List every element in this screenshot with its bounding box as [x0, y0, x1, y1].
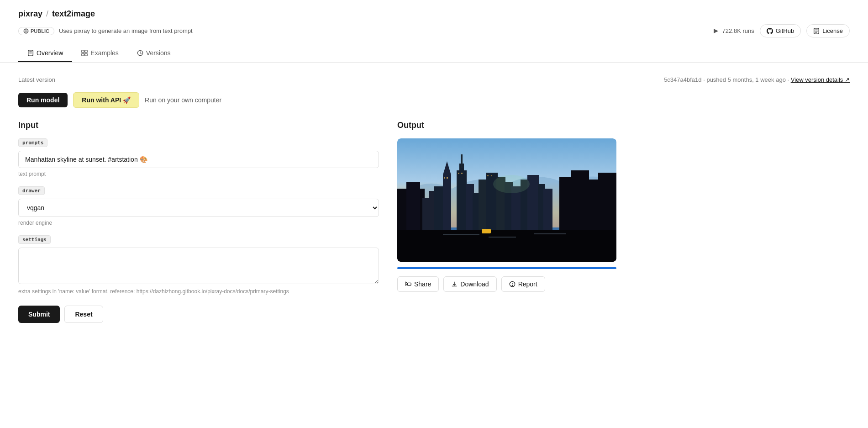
version-dot: ·: [787, 76, 790, 83]
svg-rect-54: [407, 283, 411, 285]
version-info: 5c347a4bfa1d · pushed 5 months, 1 week a…: [664, 76, 850, 83]
svg-rect-22: [443, 175, 451, 234]
public-badge-label: PUBLIC: [31, 28, 49, 34]
versions-icon: [137, 50, 143, 56]
two-column-layout: Input prompts text prompt drawer vqgan p…: [18, 121, 850, 323]
run-api-button[interactable]: Run with API 🚀: [73, 92, 139, 108]
download-button[interactable]: Download: [443, 276, 496, 292]
examples-icon: [81, 50, 88, 56]
tab-versions-label: Versions: [146, 49, 171, 57]
svg-rect-24: [457, 170, 467, 234]
latest-version-label: Latest version: [18, 76, 55, 83]
github-label: GitHub: [776, 27, 794, 34]
output-title: Output: [397, 121, 850, 130]
drawer-tag: drawer: [18, 186, 45, 195]
prompt-input[interactable]: [18, 151, 379, 168]
globe-icon: [23, 28, 29, 34]
github-button[interactable]: GitHub: [760, 24, 801, 37]
output-image: [397, 138, 616, 262]
input-title: Input: [18, 121, 379, 130]
progress-bar-fill: [397, 267, 616, 269]
output-image-container: [397, 138, 616, 262]
runs-icon: [712, 27, 720, 35]
settings-tag: settings: [18, 235, 51, 244]
tab-overview[interactable]: Overview: [18, 45, 72, 62]
submit-button[interactable]: Submit: [18, 306, 60, 323]
settings-description: extra settings in 'name: value' format. …: [18, 288, 379, 295]
tab-versions[interactable]: Versions: [128, 45, 180, 62]
version-pushed-text: pushed 5 months, 1 week ago: [706, 76, 785, 83]
download-icon: [451, 281, 458, 287]
share-label: Share: [414, 280, 431, 288]
tab-overview-label: Overview: [37, 49, 63, 57]
breadcrumb: pixray / text2image: [18, 9, 850, 19]
tab-examples-label: Examples: [90, 49, 118, 57]
submit-row: Submit Reset: [18, 306, 379, 323]
svg-rect-51: [443, 234, 479, 235]
license-icon: [813, 28, 820, 34]
prompts-tag: prompts: [18, 138, 47, 147]
svg-rect-11: [85, 50, 87, 53]
breadcrumb-separator: /: [46, 9, 48, 19]
model-description: Uses pixray to generate an image from te…: [59, 27, 193, 34]
svg-point-50: [493, 175, 530, 193]
svg-rect-42: [397, 230, 616, 262]
drawer-select[interactable]: vqgan pixel line_sketch clipdraw: [18, 199, 379, 217]
svg-rect-46: [458, 173, 459, 174]
svg-rect-48: [487, 175, 489, 176]
progress-bar-container: [397, 267, 616, 269]
drawer-field-group: drawer vqgan pixel line_sketch clipdraw …: [18, 186, 379, 226]
report-icon: [509, 281, 516, 287]
output-column: Output: [397, 121, 850, 323]
svg-rect-44: [444, 177, 445, 179]
version-details-link[interactable]: View version details ↗: [791, 76, 850, 83]
breadcrumb-model: text2image: [52, 9, 95, 19]
breadcrumb-owner-link[interactable]: pixray: [18, 9, 42, 19]
svg-point-57: [512, 285, 512, 285]
svg-rect-49: [491, 175, 492, 176]
report-button[interactable]: Report: [501, 276, 545, 292]
meta-left: PUBLIC Uses pixray to generate an image …: [18, 27, 193, 35]
settings-textarea[interactable]: [18, 248, 379, 284]
share-icon: [405, 281, 411, 287]
overview-icon: [27, 50, 34, 56]
tab-examples[interactable]: Examples: [72, 45, 127, 62]
download-label: Download: [460, 280, 489, 288]
runs-count-label: 722.8K runs: [722, 27, 754, 34]
svg-rect-53: [534, 233, 566, 234]
runs-count: 722.8K runs: [712, 27, 754, 35]
settings-field-group: settings extra settings in 'name: value'…: [18, 235, 379, 295]
svg-rect-43: [482, 229, 491, 233]
prompts-field-group: prompts text prompt: [18, 138, 379, 177]
meta-right: 722.8K runs GitHub License: [712, 24, 850, 37]
main-content: Latest version 5c347a4bfa1d · pushed 5 m…: [0, 63, 868, 337]
version-row: Latest version 5c347a4bfa1d · pushed 5 m…: [18, 76, 850, 83]
svg-rect-10: [82, 50, 84, 53]
run-buttons-row: Run model Run with API 🚀 Run on your own…: [18, 92, 850, 108]
drawer-description: render engine: [18, 220, 379, 226]
svg-rect-52: [489, 237, 516, 238]
svg-rect-47: [461, 173, 463, 174]
tabs-nav: Overview Examples Versions: [18, 45, 850, 62]
version-hash: 5c347a4bfa1d: [664, 76, 701, 83]
prompt-description: text prompt: [18, 171, 379, 177]
run-computer-button[interactable]: Run on your own computer: [145, 93, 221, 107]
reset-button[interactable]: Reset: [64, 306, 103, 323]
report-label: Report: [518, 280, 537, 288]
input-column: Input prompts text prompt drawer vqgan p…: [18, 121, 379, 323]
license-button[interactable]: License: [806, 24, 850, 37]
run-model-button[interactable]: Run model: [18, 93, 68, 107]
svg-rect-26: [461, 154, 463, 168]
output-buttons: Share Download Report: [397, 276, 850, 292]
share-button[interactable]: Share: [397, 276, 439, 292]
svg-rect-13: [85, 53, 87, 56]
svg-rect-45: [447, 177, 448, 179]
page-header: pixray / text2image PUBLIC Uses pixray t…: [0, 0, 868, 63]
github-icon: [767, 28, 773, 34]
svg-rect-12: [82, 53, 84, 56]
meta-row: PUBLIC Uses pixray to generate an image …: [18, 24, 850, 37]
public-badge: PUBLIC: [18, 27, 54, 35]
license-label: License: [822, 27, 843, 34]
